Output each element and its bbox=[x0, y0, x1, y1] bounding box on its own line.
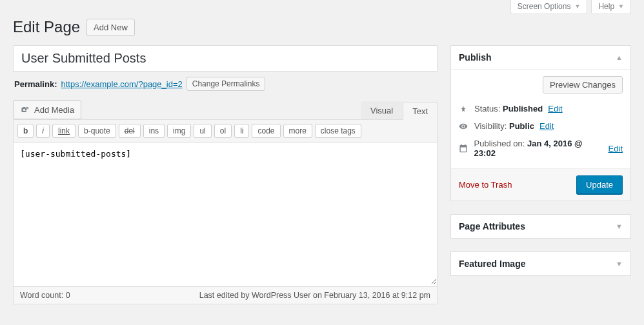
featured-image-box: Featured Image ▼ bbox=[450, 251, 631, 276]
help-tab[interactable]: Help▼ bbox=[591, 0, 631, 14]
qt-img[interactable]: img bbox=[167, 124, 191, 138]
editor-status-bar: Word count: 0 Last edited by WordPress U… bbox=[13, 287, 438, 304]
featured-image-title: Featured Image bbox=[459, 259, 525, 269]
screen-options-tab[interactable]: Screen Options▼ bbox=[510, 0, 588, 14]
publish-box-header[interactable]: Publish ▲ bbox=[451, 46, 630, 70]
add-media-button[interactable]: Add Media bbox=[13, 100, 81, 119]
chevron-down-icon: ▼ bbox=[616, 260, 623, 268]
qt-ol[interactable]: ol bbox=[214, 124, 232, 138]
last-edited: Last edited by WordPress User on Februar… bbox=[199, 291, 430, 300]
camera-music-icon bbox=[20, 104, 30, 115]
status-line: Status: Published Edit bbox=[459, 100, 623, 117]
wordcount: Word count: 0 bbox=[20, 291, 70, 300]
content-textarea[interactable]: [user-submitted-posts] bbox=[14, 143, 437, 284]
permalink-row: Permalink: https://example.com/?page_id=… bbox=[14, 77, 438, 91]
publish-box-title: Publish bbox=[459, 52, 492, 63]
edit-visibility-link[interactable]: Edit bbox=[539, 121, 554, 131]
page-attributes-title: Page Attributes bbox=[459, 221, 525, 231]
tab-visual[interactable]: Visual bbox=[361, 101, 403, 119]
qt-link[interactable]: link bbox=[52, 124, 75, 138]
featured-image-header[interactable]: Featured Image ▼ bbox=[451, 252, 630, 275]
qt-ul[interactable]: ul bbox=[194, 124, 211, 138]
page-attributes-header[interactable]: Page Attributes ▼ bbox=[451, 215, 630, 238]
editor-box: b i link b-quote del ins img ul ol li co… bbox=[13, 119, 438, 287]
screen-options-label: Screen Options bbox=[518, 2, 571, 11]
qt-ins[interactable]: ins bbox=[143, 124, 165, 138]
permalink-label: Permalink: bbox=[14, 79, 57, 89]
qt-close-tags[interactable]: close tags bbox=[315, 124, 361, 138]
pin-icon bbox=[459, 104, 469, 113]
quicktags-toolbar: b i link b-quote del ins img ul ol li co… bbox=[14, 120, 437, 143]
qt-code[interactable]: code bbox=[252, 124, 280, 138]
move-to-trash-link[interactable]: Move to Trash bbox=[459, 180, 512, 190]
edit-status-link[interactable]: Edit bbox=[548, 104, 562, 113]
calendar-icon bbox=[459, 144, 469, 153]
add-media-label: Add Media bbox=[34, 105, 74, 115]
qt-more[interactable]: more bbox=[283, 124, 312, 138]
qt-del[interactable]: del bbox=[119, 124, 141, 138]
qt-i[interactable]: i bbox=[36, 124, 50, 138]
qt-bquote[interactable]: b-quote bbox=[78, 124, 116, 138]
preview-changes-button[interactable]: Preview Changes bbox=[543, 76, 623, 94]
qt-li[interactable]: li bbox=[234, 124, 249, 138]
change-permalinks-button[interactable]: Change Permalinks bbox=[186, 77, 266, 91]
published-line: Published on: Jan 4, 2016 @ 23:02 Edit bbox=[459, 135, 623, 162]
publish-box: Publish ▲ Preview Changes Status: Publis… bbox=[450, 45, 631, 201]
chevron-down-icon: ▼ bbox=[616, 222, 623, 230]
visibility-line: Visibility: Public Edit bbox=[459, 117, 623, 135]
permalink-url[interactable]: https://example.com/?page_id=2 bbox=[61, 79, 182, 89]
page-attributes-box: Page Attributes ▼ bbox=[450, 214, 631, 239]
update-button[interactable]: Update bbox=[576, 175, 623, 194]
chevron-up-icon: ▲ bbox=[616, 54, 623, 61]
eye-icon bbox=[459, 122, 469, 131]
page-title: Edit Page bbox=[13, 18, 80, 36]
help-label: Help bbox=[598, 2, 614, 11]
add-new-button[interactable]: Add New bbox=[86, 19, 135, 36]
chevron-down-icon: ▼ bbox=[618, 3, 624, 10]
post-title-input[interactable] bbox=[13, 45, 438, 72]
tab-text[interactable]: Text bbox=[403, 102, 438, 120]
chevron-down-icon: ▼ bbox=[574, 3, 580, 10]
qt-b[interactable]: b bbox=[17, 124, 34, 138]
edit-date-link[interactable]: Edit bbox=[609, 144, 623, 153]
